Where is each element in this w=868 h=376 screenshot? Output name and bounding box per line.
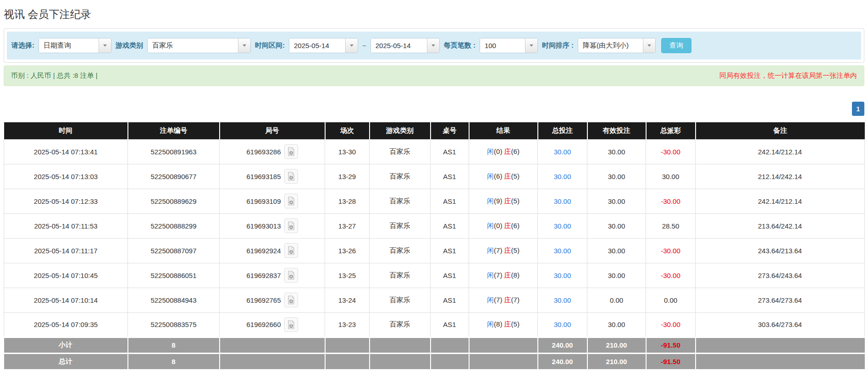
cell-game-type: 百家乐 xyxy=(370,189,431,213)
date-from-dropdown-button[interactable] xyxy=(345,38,358,53)
cell-valid-bet: 30.00 xyxy=(587,263,646,288)
query-type-input[interactable] xyxy=(39,38,99,53)
player-score: (0) xyxy=(494,147,502,155)
summary-valid-bet: 210.00 xyxy=(587,353,646,369)
cell-remark: 273.64/243.64 xyxy=(696,263,865,288)
cell-round: 619693286 xyxy=(220,139,325,164)
cell-valid-bet: 30.00 xyxy=(587,139,646,164)
video-file-icon xyxy=(287,295,295,305)
cell-total-bet: 30.00 xyxy=(538,189,587,213)
total-row: 总计 8 240.00 210.00 -91.50 xyxy=(4,353,865,369)
total-bet-link[interactable]: 30.00 xyxy=(554,148,571,156)
date-to-input[interactable] xyxy=(371,38,427,53)
time-sort-dropdown-button[interactable] xyxy=(643,38,655,53)
game-type-input[interactable] xyxy=(148,38,238,53)
cell-session: 13-29 xyxy=(325,164,370,189)
cell-table-no: AS1 xyxy=(431,263,469,288)
banker-score: (8) xyxy=(511,271,520,279)
page-size-dropdown-button[interactable] xyxy=(525,38,537,53)
query-type-label: 请选择: xyxy=(11,41,34,50)
banker-result-label: 庄 xyxy=(504,246,511,254)
cell-bet-id: 522500888299 xyxy=(128,213,220,238)
date-from-input[interactable] xyxy=(289,38,345,53)
player-score: (7) xyxy=(494,271,502,279)
total-bet-link[interactable]: 30.00 xyxy=(554,173,571,180)
time-sort-combo xyxy=(578,38,656,53)
total-bet-link[interactable]: 30.00 xyxy=(554,272,571,279)
video-replay-button[interactable] xyxy=(284,317,298,332)
round-number: 619693013 xyxy=(246,222,281,230)
table-row: 2025-05-14 07:13:41 522500891963 6196932… xyxy=(4,139,865,164)
table-header-row: 时间注单编号局号场次游戏类别桌号结果总投注有效投注总派彩备注 xyxy=(4,122,865,139)
total-bet-link[interactable]: 30.00 xyxy=(554,321,571,328)
pagination: 1 xyxy=(4,102,864,116)
banker-result-label: 庄 xyxy=(504,271,511,279)
filter-bar: 请选择: 游戏类别 时间区间: ~ 每页笔数 : 时间排序 : xyxy=(7,32,861,60)
banker-score: (5) xyxy=(511,320,520,328)
round-number: 619693109 xyxy=(246,197,281,205)
video-replay-button[interactable] xyxy=(284,194,298,208)
banker-result-label: 庄 xyxy=(504,147,511,155)
column-header: 总投注 xyxy=(538,122,587,139)
video-replay-button[interactable] xyxy=(284,293,298,307)
cell-total-bet: 30.00 xyxy=(538,139,587,164)
chevron-down-icon xyxy=(647,44,651,47)
summary-empty-cell xyxy=(469,337,538,353)
player-score: (7) xyxy=(494,296,502,304)
summary-label: 总计 xyxy=(4,353,128,369)
summary-bar: 币别 : 人民币 | 总共 :8 注单 | 同局有效投注，统一计算在该局第一张注… xyxy=(4,65,864,86)
video-replay-button[interactable] xyxy=(284,243,298,258)
total-bet-link[interactable]: 30.00 xyxy=(554,222,571,230)
cell-table-no: AS1 xyxy=(431,288,469,312)
cell-time: 2025-05-14 07:11:17 xyxy=(4,238,128,263)
game-type-dropdown-button[interactable] xyxy=(238,38,250,53)
video-replay-button[interactable] xyxy=(284,218,298,233)
player-result-label: 闲 xyxy=(487,246,494,254)
cell-table-no: AS1 xyxy=(431,312,469,337)
cell-payout: 30.00 xyxy=(646,164,696,189)
cell-game-type: 百家乐 xyxy=(370,312,431,337)
video-replay-button[interactable] xyxy=(284,169,298,184)
cell-result: 闲(7) 庄(8) xyxy=(469,263,538,288)
cell-session: 13-28 xyxy=(325,189,370,213)
query-type-dropdown-button[interactable] xyxy=(99,38,111,53)
total-bet-link[interactable]: 30.00 xyxy=(554,197,571,205)
video-file-icon xyxy=(287,246,295,255)
cell-table-no: AS1 xyxy=(431,238,469,263)
cell-time: 2025-05-14 07:12:33 xyxy=(4,189,128,213)
page-size-combo xyxy=(480,38,538,53)
search-button[interactable]: 查询 xyxy=(661,38,691,53)
time-sort-input[interactable] xyxy=(578,38,643,53)
cell-remark: 303.64/273.64 xyxy=(696,312,865,337)
column-header: 桌号 xyxy=(431,122,469,139)
cell-table-no: AS1 xyxy=(431,189,469,213)
summary-empty-cell xyxy=(325,337,370,353)
date-to-combo xyxy=(370,38,440,53)
summary-count: 8 xyxy=(128,337,220,353)
cell-total-bet: 30.00 xyxy=(538,288,587,312)
page-size-input[interactable] xyxy=(480,38,525,53)
cell-remark: 212.14/242.14 xyxy=(696,164,865,189)
video-replay-button[interactable] xyxy=(284,268,298,283)
column-header: 总派彩 xyxy=(646,122,696,139)
player-score: (0) xyxy=(494,222,502,229)
player-result-label: 闲 xyxy=(487,222,494,229)
total-bet-link[interactable]: 30.00 xyxy=(554,247,571,255)
page-button-1[interactable]: 1 xyxy=(852,102,864,116)
table-row: 2025-05-14 07:10:45 522500886051 6196928… xyxy=(4,263,865,288)
cell-time: 2025-05-14 07:11:53 xyxy=(4,213,128,238)
video-replay-button[interactable] xyxy=(284,144,298,159)
banker-result-label: 庄 xyxy=(504,296,511,304)
total-bet-link[interactable]: 30.00 xyxy=(554,296,571,304)
cell-bet-id: 522500886051 xyxy=(128,263,220,288)
cell-game-type: 百家乐 xyxy=(370,164,431,189)
cell-remark: 242.14/212.14 xyxy=(696,139,865,164)
summary-empty-cell xyxy=(431,337,469,353)
table-row: 2025-05-14 07:13:03 522500890677 6196931… xyxy=(4,164,865,189)
cell-time: 2025-05-14 07:10:45 xyxy=(4,263,128,288)
round-number: 619692924 xyxy=(246,247,281,255)
cell-game-type: 百家乐 xyxy=(370,288,431,312)
date-to-dropdown-button[interactable] xyxy=(427,38,439,53)
round-number: 619692765 xyxy=(246,296,281,304)
cell-time: 2025-05-14 07:10:14 xyxy=(4,288,128,312)
